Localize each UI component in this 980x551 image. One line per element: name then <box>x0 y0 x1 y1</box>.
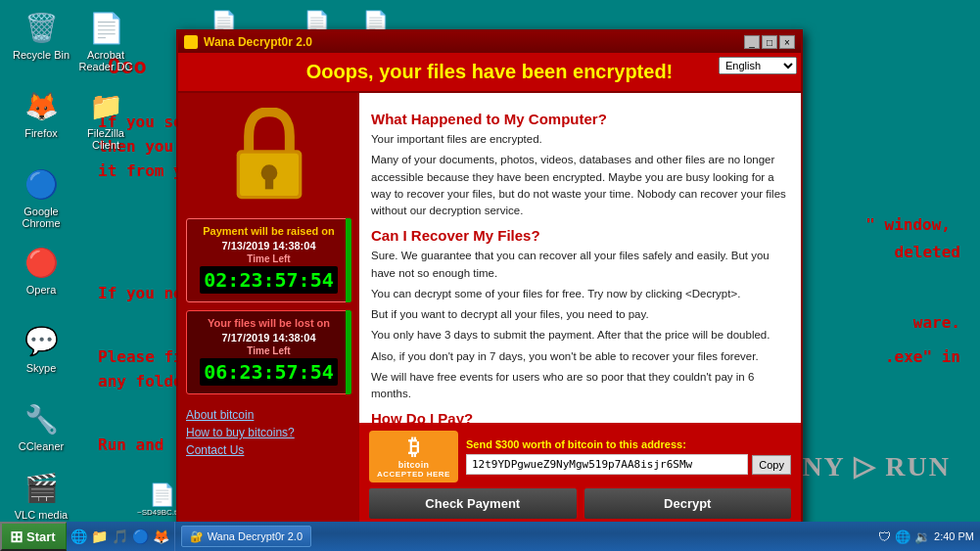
bg-text-5: If you ne <box>98 284 183 302</box>
section2-title: Can I Recover My Files? <box>371 227 789 244</box>
timer-bar-1 <box>346 218 351 302</box>
desktop-icon-opera[interactable]: 🔴 Opera <box>8 243 74 296</box>
desktop-icon-firefox[interactable]: 🦊 Firefox <box>8 86 74 139</box>
recycle-bin-label: Recycle Bin <box>8 49 74 61</box>
taskbar-item-label: Wana Decrypt0r 2.0 <box>208 530 303 542</box>
skype-icon: 💬 <box>22 321 61 360</box>
payment-raised-label: Payment will be raised on <box>193 225 345 237</box>
start-button[interactable]: ⊞ Start <box>0 522 67 551</box>
section-can-recover: Can I Recover My Files? Sure. We guarant… <box>371 227 789 402</box>
taskbar-active-window[interactable]: 🔐 Wana Decrypt0r 2.0 <box>181 526 311 547</box>
ccleaner-icon: 🔧 <box>22 399 61 438</box>
chrome-label: Google Chrome <box>8 206 74 229</box>
bg-text-10: deleted <box>895 243 960 261</box>
payment-address-row: ₿ bitcoin ACCEPTED HERE Send $300 worth … <box>369 431 791 482</box>
files-lost-box: Your files will be lost on 7/17/2019 14:… <box>186 310 351 394</box>
recycle-bin-icon: 🗑️ <box>22 8 61 47</box>
tray-shield-icon: 🛡 <box>878 529 891 544</box>
about-bitcoin-link[interactable]: About bitcoin <box>186 408 351 422</box>
system-clock: 2:40 PM <box>934 530 974 542</box>
vlc-icon: 🎬 <box>22 468 61 507</box>
check-payment-button[interactable]: Check Payment <box>369 488 577 519</box>
media-quicklaunch-icon[interactable]: 🎵 <box>112 528 129 545</box>
section2-p1: Sure. We guarantee that you can recover … <box>371 248 789 282</box>
desktop-icon-filezilla[interactable]: 📁 FileZilla Client <box>72 86 139 151</box>
skype-label: Skype <box>8 362 74 374</box>
payment-raised-box: Payment will be raised on 7/13/2019 14:3… <box>186 218 351 302</box>
time-left-label-2: Time Left <box>193 345 345 356</box>
bg-text-7: any folde <box>98 372 183 390</box>
copy-button[interactable]: Copy <box>752 455 791 475</box>
address-input-row: Copy <box>466 454 791 475</box>
filezilla-icon: 📁 <box>86 86 125 125</box>
chrome-icon: 🔵 <box>22 164 61 204</box>
ie-quicklaunch-icon[interactable]: 🌐 <box>70 528 88 545</box>
filezilla-label: FileZilla Client <box>72 127 139 151</box>
wannacry-window: Wana Decrypt0r 2.0 _ □ × Ooops, your fil… <box>176 29 803 528</box>
firefox-icon: 🦊 <box>22 86 61 125</box>
section2-p6: We will have free events for users who a… <box>371 369 789 403</box>
timer-1: 02:23:57:54 <box>200 266 337 294</box>
opera-icon: 🔴 <box>22 243 61 282</box>
titlebar-left: Wana Decrypt0r 2.0 <box>184 35 312 49</box>
payment-raised-content: Payment will be raised on 7/13/2019 14:3… <box>186 218 351 302</box>
wannacry-titlebar: Wana Decrypt0r 2.0 _ □ × <box>178 31 801 53</box>
section1-title: What Happened to My Computer? <box>371 111 789 127</box>
main-header: Ooops, your files have been encrypted! <box>178 53 801 93</box>
desktop: Ooo If you se then you it from y If you … <box>0 0 980 551</box>
right-panel: What Happened to My Computer? Your impor… <box>359 93 801 527</box>
windows-logo-icon: ⊞ <box>10 528 23 546</box>
desktop-icon-acrobat[interactable]: 📄 Acrobat Reader DC <box>72 8 139 72</box>
taskbar: ⊞ Start 🌐 📁 🎵 🔵 🦊 🔐 Wana Decrypt0r 2.0 🛡… <box>0 522 980 551</box>
minimize-button[interactable]: _ <box>744 35 760 49</box>
app-icon <box>184 35 198 49</box>
how-to-buy-link[interactable]: How to buy bitcoins? <box>186 426 351 439</box>
anyrun-watermark: ANY ▷ RUN <box>780 450 951 482</box>
time-left-label-1: Time Left <box>193 253 345 264</box>
opera-label: Opera <box>8 284 74 296</box>
bg-text-12: .exe" in <box>885 347 960 366</box>
send-label: Send $300 worth of bitcoin to this addre… <box>466 438 791 450</box>
bitcoin-address-input[interactable] <box>466 454 748 475</box>
language-selector: English <box>719 57 797 74</box>
language-dropdown[interactable]: English <box>719 57 797 74</box>
left-links: About bitcoin How to buy bitcoins? Conta… <box>186 408 351 457</box>
taskbar-item-icon: 🔐 <box>190 530 204 543</box>
close-button[interactable]: × <box>779 35 795 49</box>
contact-us-link[interactable]: Contact Us <box>186 443 351 457</box>
desktop-icon-ccleaner[interactable]: 🔧 CCleaner <box>8 399 74 452</box>
window-title: Wana Decrypt0r 2.0 <box>204 35 312 49</box>
section2-p4: You only have 3 days to submit the payme… <box>371 327 789 344</box>
section-what-happened: What Happened to My Computer? Your impor… <box>371 111 789 219</box>
section2-p3: But if you want to decrypt all your file… <box>371 306 789 323</box>
files-lost-content: Your files will be lost on 7/17/2019 14:… <box>186 310 351 394</box>
bitcoin-symbol: ₿ <box>408 435 419 460</box>
chrome-quicklaunch-icon[interactable]: 🔵 <box>132 528 150 545</box>
bg-text-8: Run and <box>98 436 163 454</box>
maximize-button[interactable]: □ <box>762 35 777 49</box>
payment-buttons: Check Payment Decrypt <box>369 488 791 519</box>
desktop-icon-skype[interactable]: 💬 Skype <box>8 321 74 374</box>
padlock-image <box>220 103 318 210</box>
bg-text-6: Please fi <box>98 347 183 366</box>
section2-p2: You can decrypt some of your files for f… <box>371 286 789 302</box>
scroll-area[interactable]: What Happened to My Computer? Your impor… <box>359 93 801 423</box>
tray-volume-icon: 🔉 <box>914 529 930 544</box>
tray-network-icon: 🌐 <box>895 529 910 544</box>
acrobat-icon: 📄 <box>86 8 125 47</box>
decrypt-button[interactable]: Decrypt <box>584 488 792 519</box>
explorer-quicklaunch-icon[interactable]: 📁 <box>91 528 109 545</box>
section1-p2: Many of your documents, photos, videos, … <box>371 152 789 219</box>
bg-text-9: " window, <box>865 215 951 234</box>
timer-bar-2 <box>346 310 351 394</box>
firefox-quicklaunch-icon[interactable]: 🦊 <box>153 528 170 545</box>
bg-text-11: ware. <box>913 313 960 332</box>
files-lost-date: 7/17/2019 14:38:04 <box>193 332 345 344</box>
bitcoin-badge: ₿ bitcoin ACCEPTED HERE <box>369 431 458 482</box>
left-panel: Payment will be raised on 7/13/2019 14:3… <box>178 93 359 527</box>
quick-launch-bar: 🌐 📁 🎵 🔵 🦊 <box>67 522 175 551</box>
firefox-label: Firefox <box>8 127 74 139</box>
desktop-icon-chrome[interactable]: 🔵 Google Chrome <box>8 164 74 229</box>
padlock-svg <box>225 108 313 206</box>
desktop-icon-recycle-bin[interactable]: 🗑️ Recycle Bin <box>8 8 74 61</box>
